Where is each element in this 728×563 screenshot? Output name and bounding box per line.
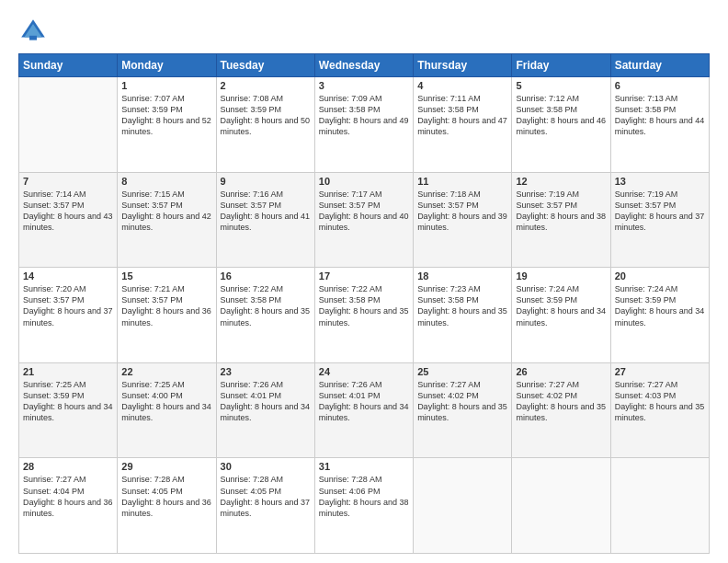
day-info: Sunrise: 7:27 AMSunset: 4:04 PMDaylight:… xyxy=(23,474,113,519)
daylight-text: Daylight: 8 hours and 34 minutes. xyxy=(516,306,606,327)
weekday-header-wednesday: Wednesday xyxy=(314,54,413,77)
day-number: 14 xyxy=(23,270,113,282)
day-info: Sunrise: 7:27 AMSunset: 4:02 PMDaylight:… xyxy=(516,379,606,424)
daylight-text: Daylight: 8 hours and 36 minutes. xyxy=(121,498,211,518)
weekday-header-monday: Monday xyxy=(118,54,216,77)
day-number: 26 xyxy=(516,366,606,377)
daylight-text: Daylight: 8 hours and 41 minutes. xyxy=(221,212,311,232)
sunrise-text: Sunrise: 7:27 AM xyxy=(23,475,86,484)
logo xyxy=(18,17,51,46)
weekday-header-sunday: Sunday xyxy=(19,54,118,77)
day-info: Sunrise: 7:21 AMSunset: 3:57 PMDaylight:… xyxy=(121,283,211,328)
calendar-cell: 19Sunrise: 7:24 AMSunset: 3:59 PMDayligh… xyxy=(512,268,610,363)
sunrise-text: Sunrise: 7:18 AM xyxy=(417,190,481,199)
daylight-text: Daylight: 8 hours and 42 minutes. xyxy=(121,212,211,232)
sunrise-text: Sunrise: 7:26 AM xyxy=(319,380,382,389)
calendar-cell: 9Sunrise: 7:16 AMSunset: 3:57 PMDaylight… xyxy=(216,172,314,268)
sunset-text: Sunset: 3:59 PM xyxy=(615,295,677,304)
sunset-text: Sunset: 3:57 PM xyxy=(516,201,577,210)
sunset-text: Sunset: 4:02 PM xyxy=(417,391,479,400)
daylight-text: Daylight: 8 hours and 46 minutes. xyxy=(516,116,606,136)
day-info: Sunrise: 7:24 AMSunset: 3:59 PMDaylight:… xyxy=(516,283,606,328)
sunset-text: Sunset: 3:58 PM xyxy=(319,295,381,304)
calendar-cell: 30Sunrise: 7:28 AMSunset: 4:05 PMDayligh… xyxy=(216,458,314,554)
sunrise-text: Sunrise: 7:21 AM xyxy=(121,284,185,293)
day-info: Sunrise: 7:15 AMSunset: 3:57 PMDaylight:… xyxy=(121,189,211,234)
calendar-cell: 3Sunrise: 7:09 AMSunset: 3:58 PMDaylight… xyxy=(314,77,413,173)
calendar-cell: 7Sunrise: 7:14 AMSunset: 3:57 PMDaylight… xyxy=(19,172,118,268)
sunset-text: Sunset: 3:57 PM xyxy=(615,201,677,210)
daylight-text: Daylight: 8 hours and 37 minutes. xyxy=(221,498,311,518)
sunset-text: Sunset: 3:58 PM xyxy=(417,105,479,114)
day-number: 20 xyxy=(615,270,705,282)
daylight-text: Daylight: 8 hours and 38 minutes. xyxy=(319,498,409,518)
daylight-text: Daylight: 8 hours and 35 minutes. xyxy=(417,402,507,422)
daylight-text: Daylight: 8 hours and 36 minutes. xyxy=(23,498,113,518)
sunset-text: Sunset: 3:59 PM xyxy=(23,391,85,400)
calendar-cell: 8Sunrise: 7:15 AMSunset: 3:57 PMDaylight… xyxy=(118,172,216,268)
logo-icon xyxy=(18,17,48,46)
sunset-text: Sunset: 4:05 PM xyxy=(121,487,183,496)
day-number: 29 xyxy=(121,461,211,472)
daylight-text: Daylight: 8 hours and 49 minutes. xyxy=(319,116,409,136)
day-info: Sunrise: 7:08 AMSunset: 3:59 PMDaylight:… xyxy=(221,93,311,138)
calendar-week-row: 1Sunrise: 7:07 AMSunset: 3:59 PMDaylight… xyxy=(19,77,710,173)
sunset-text: Sunset: 4:03 PM xyxy=(615,391,677,400)
daylight-text: Daylight: 8 hours and 34 minutes. xyxy=(319,402,409,422)
day-number: 6 xyxy=(615,80,705,91)
day-info: Sunrise: 7:18 AMSunset: 3:57 PMDaylight:… xyxy=(417,189,507,234)
day-number: 24 xyxy=(319,366,409,377)
day-info: Sunrise: 7:19 AMSunset: 3:57 PMDaylight:… xyxy=(615,189,705,234)
day-info: Sunrise: 7:11 AMSunset: 3:58 PMDaylight:… xyxy=(417,93,507,138)
day-info: Sunrise: 7:28 AMSunset: 4:05 PMDaylight:… xyxy=(221,474,311,519)
calendar-week-row: 7Sunrise: 7:14 AMSunset: 3:57 PMDaylight… xyxy=(19,172,710,268)
day-number: 15 xyxy=(121,270,211,282)
sunset-text: Sunset: 3:57 PM xyxy=(121,295,183,304)
calendar-cell: 14Sunrise: 7:20 AMSunset: 3:57 PMDayligh… xyxy=(19,268,118,363)
sunrise-text: Sunrise: 7:20 AM xyxy=(23,284,86,293)
daylight-text: Daylight: 8 hours and 35 minutes. xyxy=(319,306,409,327)
weekday-header-thursday: Thursday xyxy=(414,54,512,77)
sunset-text: Sunset: 4:05 PM xyxy=(221,487,282,496)
day-number: 18 xyxy=(417,270,507,282)
day-number: 19 xyxy=(516,270,606,282)
sunrise-text: Sunrise: 7:24 AM xyxy=(615,284,678,293)
day-number: 31 xyxy=(319,461,409,472)
day-number: 12 xyxy=(516,176,606,187)
calendar-cell: 12Sunrise: 7:19 AMSunset: 3:57 PMDayligh… xyxy=(512,172,610,268)
calendar-cell: 16Sunrise: 7:22 AMSunset: 3:58 PMDayligh… xyxy=(216,268,314,363)
day-info: Sunrise: 7:28 AMSunset: 4:06 PMDaylight:… xyxy=(319,474,409,519)
sunrise-text: Sunrise: 7:27 AM xyxy=(417,380,481,389)
calendar-cell: 6Sunrise: 7:13 AMSunset: 3:58 PMDaylight… xyxy=(610,77,709,173)
day-number: 16 xyxy=(221,270,311,282)
calendar-cell: 2Sunrise: 7:08 AMSunset: 3:59 PMDaylight… xyxy=(216,77,314,173)
calendar-cell: 5Sunrise: 7:12 AMSunset: 3:58 PMDaylight… xyxy=(512,77,610,173)
sunrise-text: Sunrise: 7:15 AM xyxy=(121,190,185,199)
calendar-cell xyxy=(19,77,118,173)
calendar-cell: 22Sunrise: 7:25 AMSunset: 4:00 PMDayligh… xyxy=(118,362,216,458)
calendar-cell: 15Sunrise: 7:21 AMSunset: 3:57 PMDayligh… xyxy=(118,268,216,363)
sunrise-text: Sunrise: 7:13 AM xyxy=(615,94,678,103)
daylight-text: Daylight: 8 hours and 36 minutes. xyxy=(121,306,211,327)
daylight-text: Daylight: 8 hours and 34 minutes. xyxy=(121,402,211,422)
daylight-text: Daylight: 8 hours and 37 minutes. xyxy=(23,306,113,327)
day-info: Sunrise: 7:14 AMSunset: 3:57 PMDaylight:… xyxy=(23,189,113,234)
calendar-cell: 4Sunrise: 7:11 AMSunset: 3:58 PMDaylight… xyxy=(414,77,512,173)
sunset-text: Sunset: 3:58 PM xyxy=(615,105,677,114)
sunset-text: Sunset: 3:58 PM xyxy=(319,105,381,114)
weekday-header-saturday: Saturday xyxy=(610,54,709,77)
day-info: Sunrise: 7:19 AMSunset: 3:57 PMDaylight:… xyxy=(516,189,606,234)
daylight-text: Daylight: 8 hours and 44 minutes. xyxy=(615,116,705,136)
sunrise-text: Sunrise: 7:23 AM xyxy=(417,284,481,293)
calendar-table: SundayMondayTuesdayWednesdayThursdayFrid… xyxy=(18,53,710,554)
weekday-header-row: SundayMondayTuesdayWednesdayThursdayFrid… xyxy=(19,54,710,77)
day-info: Sunrise: 7:25 AMSunset: 3:59 PMDaylight:… xyxy=(23,379,113,424)
sunset-text: Sunset: 3:59 PM xyxy=(121,105,183,114)
calendar-cell: 11Sunrise: 7:18 AMSunset: 3:57 PMDayligh… xyxy=(414,172,512,268)
day-number: 25 xyxy=(417,366,507,377)
sunset-text: Sunset: 4:04 PM xyxy=(23,487,85,496)
sunset-text: Sunset: 3:58 PM xyxy=(221,295,282,304)
daylight-text: Daylight: 8 hours and 43 minutes. xyxy=(23,212,113,232)
calendar-cell: 29Sunrise: 7:28 AMSunset: 4:05 PMDayligh… xyxy=(118,458,216,554)
sunrise-text: Sunrise: 7:17 AM xyxy=(319,190,382,199)
